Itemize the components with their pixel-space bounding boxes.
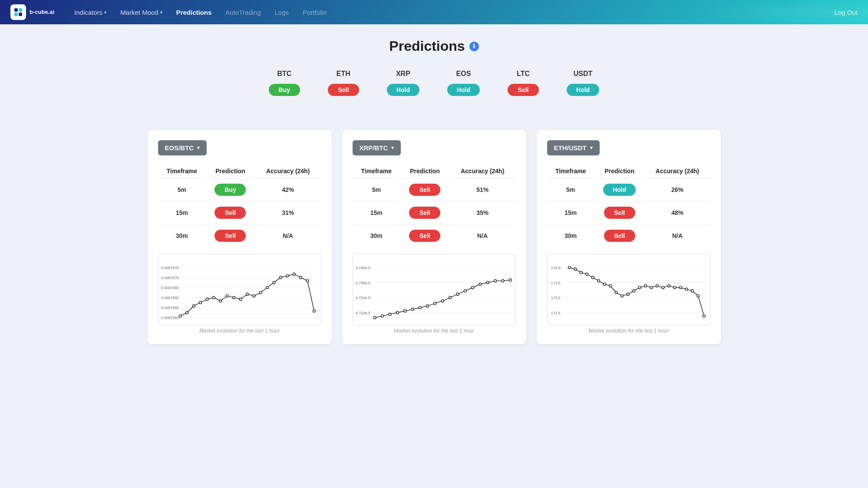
chevron-down-icon: ▾: [590, 145, 593, 151]
col-timeframe: Timeframe: [158, 164, 206, 178]
svg-point-47: [389, 313, 391, 316]
signal-xrp: Hold: [373, 81, 433, 99]
signal-usdt: Hold: [553, 81, 613, 99]
info-icon[interactable]: ℹ: [469, 42, 479, 51]
signal-col-eos: EOS: [433, 66, 494, 81]
svg-rect-3: [19, 13, 22, 16]
table-row: 30m Sell N/A: [547, 224, 710, 247]
svg-point-53: [434, 302, 436, 305]
svg-point-90: [673, 286, 676, 289]
chart-svg-eos-btc: 0.0007675 0.0007670 0.0007665 0.0007660 …: [160, 258, 319, 323]
table-row: 5m Buy 42%: [158, 178, 321, 201]
nav-items: Indicators ▾ Market Mood ▾ Predictions A…: [68, 5, 835, 20]
chevron-down-icon: ▾: [160, 10, 162, 15]
nav-item-indicators[interactable]: Indicators ▾: [68, 5, 112, 20]
svg-point-72: [568, 266, 571, 269]
logo-text: b-cube.ai: [30, 9, 54, 16]
svg-point-89: [667, 285, 670, 287]
col-prediction: Prediction: [206, 164, 255, 178]
svg-point-28: [259, 291, 262, 294]
signal-col-xrp: XRP: [373, 66, 433, 81]
svg-point-59: [479, 283, 482, 286]
col-prediction: Prediction: [400, 164, 449, 178]
svg-point-80: [615, 291, 617, 294]
svg-point-87: [656, 285, 658, 287]
nav-item-predictions[interactable]: Predictions: [170, 5, 218, 20]
svg-point-32: [286, 274, 288, 277]
svg-point-62: [502, 280, 504, 282]
signal-col-ltc: LTC: [494, 66, 553, 81]
svg-point-30: [273, 281, 275, 284]
svg-point-75: [585, 273, 588, 276]
table-row: 15m Sell 35%: [353, 201, 516, 224]
chevron-down-icon: ▾: [391, 145, 394, 151]
svg-point-88: [662, 286, 664, 289]
pair-selector-eth-usdt[interactable]: ETH/USDT ▾: [547, 140, 600, 155]
svg-point-91: [679, 286, 682, 289]
svg-text:172.5: 172.5: [551, 311, 560, 315]
svg-point-49: [403, 310, 406, 312]
nav-item-autotrading[interactable]: AutoTrading: [219, 5, 267, 20]
svg-point-57: [464, 290, 466, 292]
pair-selector-eos-btc[interactable]: EOS/BTC ▾: [158, 140, 207, 155]
table-row: 5m Hold 26%: [547, 178, 710, 201]
svg-text:173.5: 173.5: [551, 281, 560, 285]
svg-point-95: [703, 315, 705, 317]
svg-point-56: [456, 293, 459, 296]
navbar: b-cube.ai Indicators ▾ Market Mood ▾ Pre…: [0, 0, 868, 24]
col-timeframe: Timeframe: [547, 164, 594, 178]
svg-point-19: [199, 301, 201, 304]
chart-caption-xrp-btc: Market evolution for the last 1 hour: [353, 328, 516, 334]
svg-point-34: [299, 276, 302, 279]
signal-eth: Sell: [314, 81, 373, 99]
svg-point-73: [574, 268, 576, 270]
pair-selector-xrp-btc[interactable]: XRP/BTC ▾: [353, 140, 401, 155]
svg-point-48: [396, 311, 399, 314]
signals-header-row: BTC ETH XRP EOS LTC USDT: [255, 66, 613, 81]
nav-item-market-mood[interactable]: Market Mood ▾: [114, 5, 168, 20]
col-accuracy: Accuracy (24h): [449, 164, 516, 178]
col-accuracy: Accuracy (24h): [645, 164, 710, 178]
signals-section: BTC ETH XRP EOS LTC USDT Buy Sell Hold H…: [148, 66, 721, 114]
logo[interactable]: b-cube.ai: [10, 4, 54, 20]
svg-point-45: [373, 317, 376, 319]
svg-point-83: [632, 290, 635, 292]
svg-point-60: [486, 281, 489, 284]
chart-svg-eth-usdt: 174.0 173.5 173.0 172.5: [549, 258, 708, 323]
nav-item-logs[interactable]: Logs: [269, 5, 295, 20]
svg-point-51: [419, 307, 421, 309]
svg-point-61: [494, 280, 496, 282]
logout-button[interactable]: Log Out: [835, 9, 858, 16]
svg-text:4.730e-5: 4.730e-5: [355, 281, 370, 285]
svg-point-50: [411, 308, 414, 310]
svg-point-24: [232, 296, 235, 299]
card-xrp-btc: XRP/BTC ▾ Timeframe Prediction Accuracy …: [342, 130, 526, 344]
pred-table-eth-usdt: Timeframe Prediction Accuracy (24h) 5m H…: [547, 164, 710, 247]
svg-point-92: [685, 288, 688, 290]
svg-text:0.0007670: 0.0007670: [161, 276, 178, 280]
svg-point-33: [293, 273, 295, 276]
svg-text:173.0: 173.0: [551, 296, 560, 300]
col-prediction: Prediction: [594, 164, 645, 178]
svg-text:4.710e-5: 4.710e-5: [355, 311, 370, 315]
svg-rect-1: [19, 8, 22, 12]
svg-point-18: [192, 305, 195, 307]
svg-text:0.0007660: 0.0007660: [161, 296, 178, 300]
signal-ltc: Sell: [494, 81, 553, 99]
card-eos-btc: EOS/BTC ▾ Timeframe Prediction Accuracy …: [148, 130, 332, 344]
svg-point-16: [179, 315, 182, 317]
svg-point-46: [381, 315, 383, 317]
table-row: 15m Sell 48%: [547, 201, 710, 224]
nav-item-portfolio[interactable]: Portfolio: [297, 5, 333, 20]
svg-point-17: [185, 311, 188, 314]
svg-point-54: [441, 300, 444, 302]
card-eth-usdt: ETH/USDT ▾ Timeframe Prediction Accuracy…: [537, 130, 721, 344]
signal-btc: Buy: [255, 81, 314, 99]
svg-point-29: [266, 286, 268, 289]
svg-point-79: [609, 285, 611, 287]
signals-value-row: Buy Sell Hold Hold Sell Hold: [255, 81, 613, 99]
chart-caption-eth-usdt: Market evolution for the last 1 hour: [547, 328, 710, 334]
pred-table-xrp-btc: Timeframe Prediction Accuracy (24h) 5m S…: [353, 164, 516, 247]
page-title: Predictions ℹ: [389, 38, 479, 54]
signal-col-eth: ETH: [314, 66, 373, 81]
